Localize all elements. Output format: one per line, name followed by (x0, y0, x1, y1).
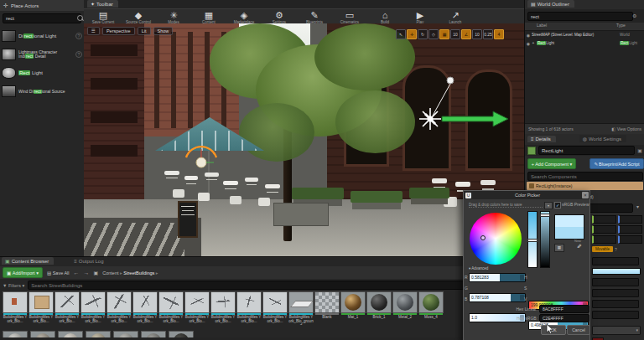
place-actors-search-input[interactable]: rect (3, 13, 81, 23)
view-options-button[interactable]: ◧ View Options (612, 126, 642, 131)
path-folder-icon[interactable]: ▣ (94, 270, 99, 276)
blueprints-button[interactable]: ✎Blueprints (297, 10, 332, 24)
scale-z-field[interactable] (618, 235, 642, 244)
mobility-movable-button[interactable]: Movable (592, 246, 613, 252)
cinematics-button[interactable]: ▭Cinematics (332, 10, 367, 24)
actor-name-input[interactable]: RectLight (538, 146, 635, 155)
world-outliner-tab[interactable]: ▤ World Outliner (527, 0, 574, 8)
add-import-button[interactable]: ▣ Add/Import ▾ (3, 267, 43, 278)
saturation-slider[interactable] (527, 211, 538, 268)
rotation-z-field[interactable] (618, 225, 642, 234)
color-wheel[interactable] (470, 213, 522, 265)
scale-tool-icon[interactable]: ◇ (428, 29, 439, 39)
slider-handle[interactable] (540, 214, 550, 217)
add-component-button[interactable]: + Add Component ▾ (527, 158, 576, 169)
save-all-button[interactable]: ▤ Save All (47, 270, 70, 276)
light-color-swatch[interactable] (592, 268, 641, 275)
column-label[interactable]: Label (525, 23, 616, 30)
light-bulb-sprite[interactable] (447, 77, 454, 84)
grid-snap-icon[interactable]: ▦ (439, 29, 449, 39)
asset-tile[interactable]: BuildingMes York_Blo... (184, 291, 210, 330)
value-slider[interactable] (540, 211, 550, 268)
visibility-eye-icon[interactable]: ◉ (525, 41, 532, 46)
channel-r-field[interactable]: 0.581283 (469, 273, 526, 282)
place-actor-item-lightmass[interactable]: Lightmass Character Indirect Detail ? (0, 45, 84, 64)
asset-tile[interactable]: BuildingMes York_Blo... (29, 291, 54, 330)
select-tool-icon[interactable]: ↖ (396, 29, 406, 39)
srgb-checkbox[interactable]: ✓ (554, 202, 561, 209)
content-button[interactable]: ▦Content (191, 10, 226, 24)
filters-button[interactable]: ▼ Filters ▾ (3, 283, 24, 288)
settings-button[interactable]: ⚙Settings (262, 10, 297, 24)
source-width-field[interactable] (592, 289, 639, 297)
forward-button[interactable]: → (84, 270, 90, 276)
asset-tile[interactable]: BuildingMes York_Blo... (132, 291, 158, 330)
ies-texture-dropdown[interactable]: ▾ (592, 326, 641, 335)
filter-icon[interactable]: ▾ (636, 203, 639, 209)
breadcrumb-streetbuildings[interactable]: StreetBuildings (123, 270, 154, 276)
outliner-row-rectlight[interactable]: ◉ ✦ RectLight RectLight (525, 39, 644, 47)
advanced-toggle[interactable]: ▾ Advanced (469, 266, 488, 270)
channel-g-field[interactable]: 0.787108 (469, 293, 526, 302)
outliner-settings-icon[interactable]: ⚙ (632, 13, 636, 18)
asset-tile[interactable]: BuildingMes York_Blo... (3, 291, 28, 330)
themes-menu-button[interactable]: ▾ (544, 202, 553, 209)
hex-srgb-input[interactable]: C2E4FFFF (539, 314, 589, 322)
source-height-field[interactable] (592, 300, 639, 308)
asset-tile[interactable]: BuildingMes York_Blo... (262, 291, 288, 330)
search-components-input[interactable]: Search Components (527, 172, 643, 181)
perspective-dropdown[interactable]: Perspective (102, 27, 135, 35)
grid-snap-value[interactable]: 10 (450, 29, 460, 39)
build-button[interactable]: ⌂Build (367, 10, 402, 24)
eyedropper-icon[interactable]: ✎ (575, 244, 582, 249)
asset-tile[interactable]: Blank (314, 291, 340, 330)
asset-tile[interactable]: BuildingMes York_Blo... (80, 291, 106, 330)
lock-icon[interactable]: ▣ (637, 147, 642, 153)
breadcrumb-content[interactable]: Content (102, 270, 118, 276)
rectlight-sphere-gizmo[interactable] (196, 157, 206, 167)
attenuation-field[interactable] (592, 278, 639, 286)
asset-tile[interactable]: BuildingMes York_Blo... (236, 291, 262, 330)
asset-tile[interactable]: BuildingMes York_Blo... (55, 291, 80, 330)
save-current-button[interactable]: ▤Save Current (86, 10, 121, 24)
content-search-input[interactable]: Search StreetBuildings (28, 281, 519, 290)
launch-button[interactable]: ↗Launch (438, 10, 473, 24)
place-actor-item-rect-light[interactable]: Rect Light (0, 64, 84, 82)
camera-speed-value[interactable]: 4 (494, 29, 504, 39)
viewport[interactable]: ☰ Perspective Lit Show ↖ ✛ ↻ ◇ ▦ 10 ∠ 10… (84, 23, 524, 258)
place-actor-item-directional-light[interactable]: Directional Light ? (0, 27, 84, 45)
rotate-tool-icon[interactable]: ↻ (418, 29, 428, 39)
cancel-button[interactable]: Cancel (567, 325, 590, 335)
asset-tile[interactable]: BuildingMes York_Blo... (210, 291, 236, 330)
transform-z-field[interactable] (618, 215, 642, 224)
hex-linear-input[interactable]: 8AC8FFFF (539, 305, 589, 313)
content-browser-tab[interactable]: ▣Content Browser (2, 257, 54, 265)
add-script-button[interactable]: ✎Blueprint/Add Script (589, 158, 644, 169)
scale-y-field[interactable] (592, 235, 616, 244)
asset-tile[interactable]: Mat_1 (340, 291, 366, 330)
details-tab[interactable]: ≡Details (527, 136, 556, 142)
asset-tile[interactable]: BuildingMes York_Blo... (158, 291, 184, 330)
modes-button[interactable]: ✳Modes (156, 10, 191, 24)
world-settings-tab[interactable]: ◍World Settings (579, 135, 626, 142)
asset-tile[interactable]: Metal_2 (392, 291, 418, 330)
world-outliner-search-input[interactable]: rect (527, 12, 633, 21)
gizmo-green-arrow[interactable] (442, 111, 508, 126)
lit-dropdown[interactable]: Lit (138, 27, 151, 35)
visibility-eye-icon[interactable]: ◉ (525, 33, 532, 38)
source-control-button[interactable]: ◆Source Control (121, 10, 156, 24)
back-button[interactable]: ← (74, 270, 80, 276)
play-button[interactable]: ▶Play (402, 10, 438, 24)
dialog-titlebar[interactable]: U Color Picker × (464, 191, 589, 199)
show-dropdown[interactable]: Show (153, 27, 174, 35)
barn-door-field[interactable] (592, 311, 639, 319)
rotation-y-field[interactable] (592, 225, 616, 234)
outliner-row-world[interactable]: ◉ StreetMAP (Street Level: Map Editor) W… (525, 31, 644, 39)
marketplace-button[interactable]: ◈Marketplace (226, 10, 262, 24)
output-log-tab[interactable]: ≡Output Log (70, 258, 108, 265)
asset-tile[interactable]: Brick_1 (366, 291, 392, 330)
asset-tile[interactable]: BuildingMes York_Blo_ground (288, 291, 314, 330)
column-type[interactable]: Type (616, 23, 644, 30)
color-themes-icon[interactable]: ▦ (554, 244, 564, 252)
transform-y-field[interactable] (592, 215, 616, 224)
